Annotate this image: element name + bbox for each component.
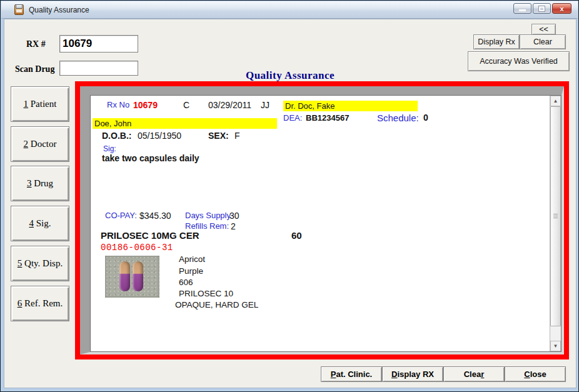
schedule-label: Schedule: <box>377 113 419 123</box>
pat-clinic-button[interactable]: Pat. Clinic. <box>321 366 382 382</box>
clear-button[interactable]: Clear <box>443 366 505 382</box>
sidebar-item-label: Ref. Rem. <box>22 298 63 308</box>
refills-rem-label: Refills Rem: <box>185 221 229 231</box>
scroll-down-button[interactable]: ▼ <box>550 341 561 351</box>
qa-detail-frame: Rx No 10679 C 03/29/2011 JJ Dr. Doc, Fak… <box>75 81 569 359</box>
maximize-button[interactable] <box>533 3 551 14</box>
sidebar-item-ref-rem[interactable]: 6 Ref. Rem. <box>11 286 69 321</box>
scrollbar-thumb[interactable] <box>550 106 561 326</box>
clear-top-button[interactable]: Clear <box>520 34 566 49</box>
rx-no-value: 10679 <box>133 100 158 110</box>
sig-text: take two capsules daily <box>102 153 199 163</box>
refills-rem-value: 2 <box>231 221 236 231</box>
accel-key: 1 <box>24 99 29 109</box>
pill-color-top: Apricot <box>179 254 205 264</box>
btn-accel: r <box>481 369 484 379</box>
sidebar-item-qty-disp[interactable]: 5 Qty. Disp. <box>11 246 69 281</box>
minimize-button[interactable] <box>513 3 531 14</box>
rx-number-label: RX # <box>26 39 46 49</box>
dob-value: 05/15/1950 <box>138 131 181 141</box>
btn-text: lose <box>530 369 546 379</box>
btn-text: isplay RX <box>397 369 434 379</box>
client-area: RX # Scan Drug Quality Assurance << Disp… <box>4 19 576 388</box>
days-supply-label: Days Supply <box>185 211 231 220</box>
sidebar-item-label: Qty. Disp. <box>22 258 63 268</box>
quality-assurance-window: Quality Assurance x RX # Scan Drug Quali… <box>0 0 579 392</box>
doctor-name: Dr. Doc, Fake <box>283 101 418 111</box>
pharmacist-initials: JJ <box>261 100 269 110</box>
copay-label: CO-PAY: <box>105 211 137 220</box>
vertical-scrollbar[interactable]: ▲ ▼ <box>550 96 561 351</box>
dea-value: BB1234567 <box>306 113 349 123</box>
minimize-icon <box>519 9 526 11</box>
accuracy-verified-button[interactable]: Accuracy Was Verified <box>468 51 570 71</box>
accel-key: 2 <box>24 139 29 149</box>
pill-color-bottom: Purple <box>179 266 203 276</box>
btn-accel: D <box>391 369 397 379</box>
close-icon: x <box>560 5 563 13</box>
status-flag: C <box>183 100 189 110</box>
close-window-button[interactable]: Close <box>505 366 566 382</box>
qa-detail-panel: Rx No 10679 C 03/29/2011 JJ Dr. Doc, Fak… <box>90 95 561 352</box>
btn-accel: C <box>524 369 530 379</box>
display-rx-button[interactable]: Display RX <box>382 366 443 382</box>
sidebar-item-label: Sig. <box>34 218 51 228</box>
sidebar-item-label: Patient <box>28 99 56 109</box>
window-controls: x <box>513 3 571 14</box>
fill-date: 03/29/2011 <box>208 100 251 110</box>
drug-name: PRILOSEC 10MG CER <box>101 230 199 241</box>
rx-no-label: Rx No <box>107 100 129 109</box>
schedule-value: 0 <box>423 113 428 123</box>
scroll-up-icon: ▲ <box>553 98 558 104</box>
sidebar-item-label: Doctor <box>28 139 56 149</box>
pill-imprint: 606 <box>179 278 193 287</box>
close-button[interactable]: x <box>552 3 571 14</box>
display-rx-top-button[interactable]: Display Rx <box>473 34 520 49</box>
copay-value: $345.30 <box>139 211 171 221</box>
pill-image <box>105 256 159 298</box>
days-supply-value: 30 <box>229 211 239 221</box>
dob-label: D.O.B.: <box>102 131 131 141</box>
sidebar-item-drug[interactable]: 3 Drug <box>11 166 69 201</box>
sidebar-item-sig[interactable]: 4 Sig. <box>11 206 69 241</box>
sex-label: SEX: <box>208 131 229 141</box>
btn-text: at. Clinic. <box>336 369 372 379</box>
window-title: Quality Assurance <box>29 6 89 14</box>
maximize-icon <box>539 6 545 11</box>
scrollbar-grip-icon <box>553 214 558 219</box>
collapse-button[interactable]: << <box>531 24 556 35</box>
accel-key: 4 <box>29 218 34 228</box>
btn-text: Clea <box>464 369 481 379</box>
title-bar: Quality Assurance x <box>1 1 578 19</box>
sidebar-item-patient[interactable]: 1 Patient <box>11 86 69 122</box>
sidebar-item-label: Drug <box>31 178 53 188</box>
capsule-icon <box>133 261 143 291</box>
scroll-up-button[interactable]: ▲ <box>550 96 561 106</box>
sex-value: F <box>234 131 240 141</box>
patient-name: Doe, John <box>93 118 277 129</box>
sidebar-item-doctor[interactable]: 2 Doctor <box>11 126 69 162</box>
dea-label: DEA: <box>283 113 302 123</box>
page-title: Quality Assurance <box>4 69 576 82</box>
ndc-number: 00186-0606-31 <box>101 243 173 253</box>
pill-bottle-icon <box>14 4 24 15</box>
qa-detail-bevel: Rx No 10679 C 03/29/2011 JJ Dr. Doc, Fak… <box>80 86 564 354</box>
capsule-icon <box>119 261 130 291</box>
pill-drug-name: PRILOSEC 10 <box>179 289 233 298</box>
sig-label: Sig: <box>103 144 116 153</box>
quantity-dispensed: 60 <box>291 230 302 241</box>
rx-number-input[interactable] <box>59 35 138 53</box>
scroll-down-icon: ▼ <box>553 343 558 349</box>
pill-form: OPAQUE, HARD GEL <box>175 300 258 309</box>
